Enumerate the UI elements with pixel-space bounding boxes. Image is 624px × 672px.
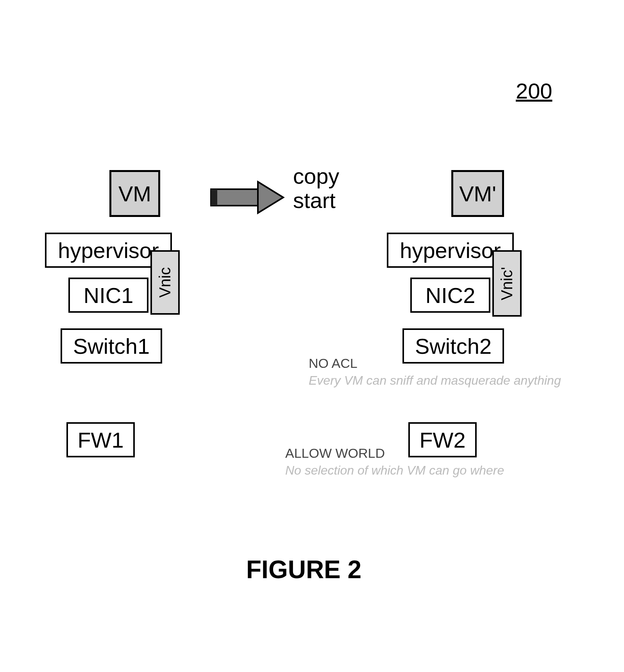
copy-label-line2: start <box>293 188 339 213</box>
figure-label: FIGURE 2 <box>246 555 361 584</box>
figure-reference-number: 200 <box>516 78 552 104</box>
nic-box-right: NIC2 <box>410 278 490 313</box>
switch-box-right: Switch2 <box>402 328 504 364</box>
nic-box-left: NIC1 <box>68 278 148 313</box>
vm-label-right: VM' <box>459 181 496 206</box>
hypervisor-label-left: hypervisor <box>58 238 159 263</box>
vm-box-left: VM <box>109 170 160 217</box>
nic-label-left: NIC1 <box>84 283 134 308</box>
hypervisor-label-right: hypervisor <box>400 238 501 263</box>
no-acl-heading: NO ACL <box>309 356 358 371</box>
vnic-label-right: Vnic' <box>498 267 516 300</box>
svg-marker-2 <box>258 182 283 213</box>
fw-label-left: FW1 <box>77 427 123 453</box>
vnic-box-left: Vnic <box>150 250 180 315</box>
allow-world-heading: ALLOW WORLD <box>285 446 385 461</box>
fw-box-left: FW1 <box>66 422 135 457</box>
copy-start-label: copy start <box>293 164 339 212</box>
switch-label-left: Switch1 <box>73 333 150 359</box>
fw-box-right: FW2 <box>408 422 477 457</box>
vnic-box-right: Vnic' <box>492 250 522 317</box>
copy-label-line1: copy <box>293 164 339 188</box>
vm-label-left: VM <box>118 181 151 206</box>
copy-arrow <box>207 180 285 217</box>
allow-world-subtext: No selection of which VM can go where <box>285 463 504 478</box>
no-acl-subtext: Every VM can sniff and masquerade anythi… <box>309 373 561 388</box>
fw-label-right: FW2 <box>419 427 465 453</box>
vnic-label-left: Vnic <box>156 267 174 298</box>
vm-box-right: VM' <box>451 170 504 217</box>
switch-box-left: Switch1 <box>61 328 162 364</box>
nic-label-right: NIC2 <box>426 283 476 308</box>
svg-rect-1 <box>211 189 217 206</box>
svg-rect-0 <box>211 189 258 206</box>
switch-label-right: Switch2 <box>415 333 492 359</box>
